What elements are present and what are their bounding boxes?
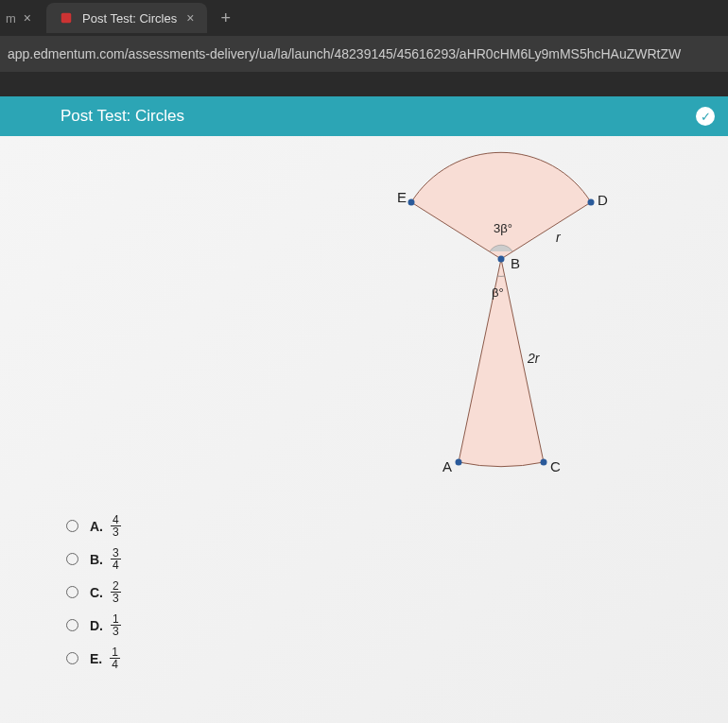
url-text: app.edmentum.com/assessments-delivery/ua… bbox=[8, 46, 681, 61]
tab-label: m bbox=[6, 11, 16, 26]
label-top-angle: 3β° bbox=[494, 221, 512, 235]
check-icon[interactable]: ✓ bbox=[696, 107, 715, 126]
label-A: A bbox=[442, 458, 452, 474]
label-r: r bbox=[556, 230, 562, 245]
fraction: 1 4 bbox=[110, 646, 120, 670]
answer-letter: E. bbox=[90, 651, 102, 666]
label-E: E bbox=[397, 189, 407, 205]
svg-point-5 bbox=[541, 459, 547, 466]
radio-icon[interactable] bbox=[66, 619, 78, 631]
label-2r: 2r bbox=[527, 351, 541, 366]
fraction: 1 3 bbox=[111, 613, 121, 637]
radio-icon[interactable] bbox=[66, 586, 78, 598]
geometry-diagram: E D B A C 3β° β° r 2r bbox=[369, 146, 633, 508]
favicon-icon bbox=[60, 11, 73, 25]
close-icon[interactable]: × bbox=[24, 10, 31, 26]
fraction: 4 3 bbox=[111, 514, 121, 538]
label-C: C bbox=[550, 458, 561, 474]
answer-letter: A. bbox=[90, 519, 103, 534]
page-area: t ➔ Post Test: Circles ✓ E bbox=[0, 96, 728, 723]
tab-inactive[interactable]: m × bbox=[0, 3, 37, 33]
label-B: B bbox=[511, 255, 520, 271]
radio-icon[interactable] bbox=[66, 520, 78, 532]
answer-option-c[interactable]: C. 2 3 bbox=[66, 580, 121, 604]
question-content: E D B A C 3β° β° r 2r A. 4 3 bbox=[0, 136, 728, 723]
svg-point-2 bbox=[588, 199, 595, 206]
svg-point-4 bbox=[456, 459, 462, 466]
answer-letter: B. bbox=[90, 552, 103, 567]
answer-option-d[interactable]: D. 1 3 bbox=[66, 613, 121, 637]
radio-icon[interactable] bbox=[66, 652, 78, 664]
label-bottom-angle: β° bbox=[492, 285, 504, 300]
fraction: 3 4 bbox=[111, 547, 121, 571]
close-icon[interactable]: × bbox=[186, 10, 194, 26]
tab-label: Post Test: Circles bbox=[82, 11, 177, 26]
label-D: D bbox=[598, 192, 608, 208]
svg-point-3 bbox=[498, 256, 505, 263]
tab-active[interactable]: Post Test: Circles × bbox=[46, 3, 207, 33]
answer-letter: C. bbox=[90, 585, 103, 600]
answer-choices: A. 4 3 B. 3 4 C. 2 3 bbox=[66, 514, 121, 680]
radio-icon[interactable] bbox=[66, 553, 78, 565]
fraction: 2 3 bbox=[111, 580, 121, 604]
answer-option-a[interactable]: A. 4 3 bbox=[66, 514, 121, 538]
svg-point-1 bbox=[408, 199, 415, 206]
answer-option-e[interactable]: E. 1 4 bbox=[66, 646, 121, 670]
url-bar[interactable]: app.edmentum.com/assessments-delivery/ua… bbox=[0, 36, 728, 72]
answer-option-b[interactable]: B. 3 4 bbox=[66, 547, 121, 571]
tab-bar: m × Post Test: Circles × + bbox=[0, 0, 728, 36]
assessment-header: Post Test: Circles ✓ bbox=[0, 96, 728, 136]
svg-rect-0 bbox=[61, 13, 72, 24]
answer-letter: D. bbox=[90, 618, 103, 633]
page-title: Post Test: Circles bbox=[61, 107, 184, 126]
new-tab-button[interactable]: + bbox=[220, 9, 231, 28]
